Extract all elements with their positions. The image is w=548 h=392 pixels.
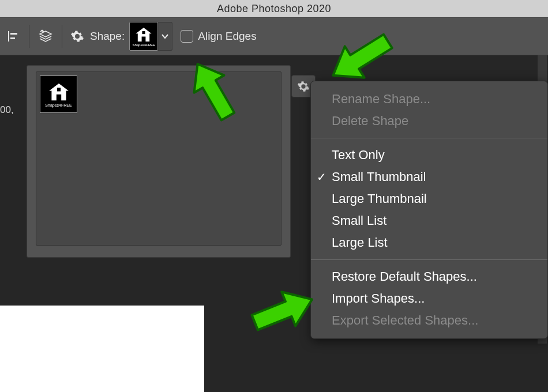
menu-import-shapes[interactable]: Import Shapes...	[311, 288, 547, 310]
align-edges-checkbox[interactable]	[181, 30, 193, 43]
menu-divider	[311, 259, 547, 260]
gear-icon[interactable]	[70, 29, 84, 43]
align-tool-icon[interactable]	[6, 29, 21, 44]
menu-rename-shape: Rename Shape...	[311, 88, 547, 110]
shape-thumb-micro: Shapes4FREE	[45, 103, 72, 107]
titlebar: Adobe Photoshop 2020	[0, 0, 548, 17]
menu-large-list[interactable]: Large List	[311, 232, 547, 254]
menu-export-shapes: Export Selected Shapes...	[311, 310, 547, 331]
menu-small-thumbnail[interactable]: Small Thumbnail	[311, 166, 547, 188]
gear-icon	[297, 80, 310, 93]
menu-text-only[interactable]: Text Only	[311, 144, 547, 166]
canvas-whitespace[interactable]	[0, 306, 204, 392]
chevron-down-icon	[161, 32, 169, 40]
menu-delete-shape: Delete Shape	[311, 110, 547, 132]
toolbar-separator	[62, 25, 62, 48]
shape-thumb-house[interactable]: Shapes4FREE	[40, 76, 77, 113]
svg-rect-0	[8, 31, 9, 42]
toolbar-separator	[29, 25, 29, 48]
svg-rect-2	[10, 37, 15, 39]
align-edges-label: Align Edges	[198, 30, 256, 43]
menu-restore-defaults[interactable]: Restore Default Shapes...	[311, 266, 547, 288]
shape-panel-grid[interactable]: Shapes4FREE	[36, 71, 281, 246]
shape-picker-dropdown[interactable]	[158, 22, 172, 51]
ruler-fragment: 00,	[0, 101, 17, 119]
shape-options-menu: Rename Shape... Delete Shape Text Only S…	[310, 81, 548, 339]
shape-swatch-micro: Shapes4FREE	[132, 43, 155, 47]
svg-rect-4	[57, 88, 60, 91]
shape-picker-panel: Shapes4FREE	[27, 65, 291, 258]
menu-small-list[interactable]: Small List	[311, 210, 547, 232]
options-toolbar: Shape: Shapes4FREE Align Edges	[0, 17, 548, 55]
app-title: Adobe Photoshop 2020	[217, 3, 331, 15]
layers-icon[interactable]	[37, 28, 54, 44]
svg-rect-3	[142, 31, 145, 34]
svg-rect-1	[10, 33, 17, 35]
menu-divider	[311, 138, 547, 138]
shape-swatch[interactable]: Shapes4FREE	[129, 22, 158, 51]
shape-label: Shape:	[90, 30, 125, 43]
menu-large-thumbnail[interactable]: Large Thumbnail	[311, 188, 547, 210]
